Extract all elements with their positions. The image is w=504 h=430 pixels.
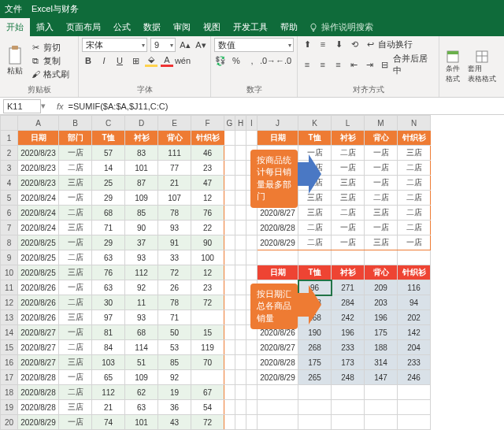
cell-B7[interactable]: 三店 [59,221,92,235]
cell-C10[interactable]: 76 [92,265,125,280]
col-header-A[interactable]: A [18,116,59,131]
cell-L7[interactable]: 一店 [332,221,365,235]
cell-A10[interactable]: 2020/8/25 [18,265,59,280]
cell-J17[interactable]: 2020/8/29 [258,370,298,385]
cell-M15[interactable]: 188 [365,340,398,355]
col-header-G[interactable]: G [224,116,235,131]
indent-inc-icon[interactable]: ⇥ [363,58,376,71]
cell-C6[interactable]: 68 [92,206,125,221]
cell-H17[interactable] [235,370,246,385]
cell-F15[interactable]: 119 [191,340,224,355]
align-left-icon[interactable]: ≡ [301,58,313,71]
cell-D7[interactable]: 90 [125,221,158,235]
align-middle-icon[interactable]: ≡ [317,38,329,50]
cell-F6[interactable]: 76 [191,206,224,221]
cell-D16[interactable]: 51 [125,355,158,370]
cell-E7[interactable]: 93 [158,221,191,235]
cell-M9[interactable] [365,250,398,265]
cell-C20[interactable]: 74 [92,415,125,430]
cell-H18[interactable] [235,385,246,400]
cell-H16[interactable] [235,355,246,370]
cell-D20[interactable]: 101 [125,415,158,430]
row-header-15[interactable]: 15 [1,340,18,355]
cell-N13[interactable]: 202 [398,310,431,325]
cell-L1[interactable]: 衬衫 [332,131,365,146]
cell-D10[interactable]: 112 [125,265,158,280]
cell-A15[interactable]: 2020/8/27 [18,340,59,355]
select-all[interactable] [1,116,18,131]
cell-C19[interactable]: 21 [92,400,125,415]
cell-B4[interactable]: 三店 [59,176,92,191]
cell-B12[interactable]: 二店 [59,295,92,310]
cell-K7[interactable]: 二店 [298,221,332,235]
cell-M16[interactable]: 314 [365,355,398,370]
cell-M13[interactable]: 196 [365,310,398,325]
cell-A11[interactable]: 2020/8/26 [18,280,59,295]
cell-J7[interactable]: 2020/8/28 [258,221,298,235]
cell-D8[interactable]: 37 [125,235,158,250]
cell-H8[interactable] [235,235,246,250]
cell-B1[interactable]: 部门 [59,131,92,146]
merge-button[interactable]: ⊟合并后居中 [379,53,435,76]
cell-C1[interactable]: T恤 [92,131,125,146]
cell-C8[interactable]: 29 [92,235,125,250]
cell-M5[interactable]: 二店 [365,191,398,206]
col-header-F[interactable]: F [191,116,224,131]
cell-E14[interactable]: 50 [158,325,191,340]
row-header-7[interactable]: 7 [1,221,18,235]
cond-format-button[interactable]: 条件格式 [443,48,463,86]
cell-C7[interactable]: 71 [92,221,125,235]
cell-M2[interactable]: 一店 [365,146,398,161]
tab-help[interactable]: 帮助 [274,18,304,36]
cell-A7[interactable]: 2020/8/24 [18,221,59,235]
cell-F1[interactable]: 针织衫 [191,131,224,146]
col-header-D[interactable]: D [125,116,158,131]
inc-decimal-icon[interactable]: .0→ [261,54,274,67]
cell-D17[interactable]: 109 [125,370,158,385]
cell-E6[interactable]: 78 [158,206,191,221]
cell-I8[interactable] [246,235,258,250]
cell-J8[interactable]: 2020/8/29 [258,235,298,250]
cell-M3[interactable]: 一店 [365,161,398,176]
cell-A3[interactable]: 2020/8/23 [18,161,59,176]
cell-D13[interactable]: 93 [125,310,158,325]
copy-button[interactable]: ⧉复制 [29,54,69,67]
cell-A18[interactable]: 2020/8/28 [18,385,59,400]
row-header-17[interactable]: 17 [1,370,18,385]
cell-M17[interactable]: 147 [365,370,398,385]
cell-N15[interactable]: 204 [398,340,431,355]
cell-K20[interactable] [298,415,332,430]
cell-D5[interactable]: 109 [125,191,158,206]
tell-me[interactable]: 操作说明搜索 [304,18,378,36]
cell-G5[interactable] [224,191,235,206]
col-header-I[interactable]: I [246,116,258,131]
cell-L15[interactable]: 233 [332,340,365,355]
cell-C5[interactable]: 29 [92,191,125,206]
cell-L9[interactable] [332,250,365,265]
cell-L11[interactable]: 271 [332,280,365,295]
table-format-button[interactable]: 套用 表格格式 [465,48,499,86]
cell-C12[interactable]: 30 [92,295,125,310]
cell-G13[interactable] [224,310,235,325]
cell-I17[interactable] [246,370,258,385]
orientation-icon[interactable]: ⟲ [348,38,361,50]
cell-L18[interactable] [332,385,365,400]
cell-F2[interactable]: 46 [191,146,224,161]
cell-G14[interactable] [224,325,235,340]
col-header-N[interactable]: N [398,116,431,131]
cell-B19[interactable]: 三店 [59,400,92,415]
cell-E16[interactable]: 85 [158,355,191,370]
cell-N6[interactable]: 二店 [398,206,431,221]
cell-N9[interactable] [398,250,431,265]
row-header-14[interactable]: 14 [1,325,18,340]
row-header-5[interactable]: 5 [1,191,18,206]
cell-D19[interactable]: 63 [125,400,158,415]
cell-G7[interactable] [224,221,235,235]
cell-D2[interactable]: 83 [125,146,158,161]
cell-G20[interactable] [224,415,235,430]
cell-L16[interactable]: 173 [332,355,365,370]
cell-N8[interactable]: 一店 [398,235,431,250]
cell-F10[interactable]: 12 [191,265,224,280]
cell-F11[interactable]: 23 [191,280,224,295]
cell-K19[interactable] [298,400,332,415]
